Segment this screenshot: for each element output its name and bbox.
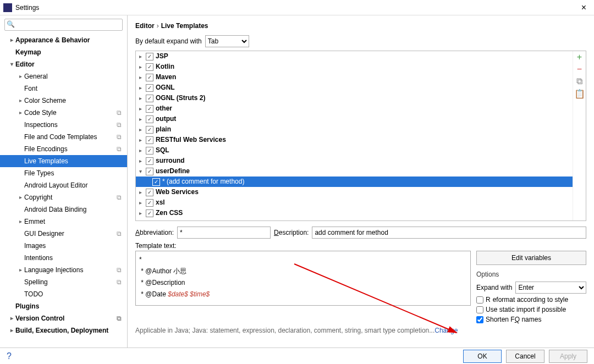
checkbox-icon[interactable]: [146, 95, 153, 102]
checkbox-icon[interactable]: [146, 74, 153, 81]
checkbox-icon[interactable]: [146, 126, 153, 134]
chevron-icon: ▸: [139, 187, 146, 197]
checkbox-icon[interactable]: [146, 147, 153, 155]
sidebar-item-color-scheme[interactable]: ▸Color Scheme: [0, 95, 127, 107]
group-label: surround: [156, 156, 185, 166]
template-group[interactable]: ▸Zen CSS: [136, 208, 573, 218]
sidebar-item-live-templates[interactable]: ▸Live Templates: [0, 155, 127, 167]
sidebar-item-file-types[interactable]: ▸File Types: [0, 167, 127, 179]
template-group[interactable]: ▸xsl: [136, 197, 573, 208]
sidebar-item-label: Font: [24, 82, 123, 95]
template-group[interactable]: ▸surround: [136, 156, 573, 166]
template-text-label: Template text:: [135, 241, 586, 251]
sidebar-item-language-injections[interactable]: ▸Language Injections⧉: [0, 264, 127, 276]
sidebar-item-label: GUI Designer: [24, 228, 117, 240]
template-item[interactable]: * (add comment for method): [136, 177, 573, 187]
sidebar-item-intentions[interactable]: ▸Intentions: [0, 252, 127, 264]
sidebar-item-label: Code Style: [24, 107, 117, 119]
edit-variables-button[interactable]: Edit variables: [476, 251, 586, 265]
template-group[interactable]: ▸Maven: [136, 72, 573, 82]
static-import-checkbox[interactable]: Use static import if possible: [476, 304, 586, 313]
settings-sidebar: 🔍 ▸Appearance & Behavior▸Keymap▾Editor▸G…: [0, 15, 128, 348]
sidebar-item-general[interactable]: ▸General: [0, 70, 127, 82]
sidebar-item-label: Intentions: [24, 252, 123, 264]
sidebar-item-label: Keymap: [15, 46, 123, 58]
sidebar-item-gui-designer[interactable]: ▸GUI Designer⧉: [0, 228, 127, 240]
checkbox-icon[interactable]: [146, 199, 153, 207]
help-icon[interactable]: ?: [7, 351, 12, 361]
reformat-checkbox[interactable]: Reformat according to style: [476, 294, 586, 304]
remove-icon[interactable]: −: [573, 63, 586, 75]
sidebar-item-plugins[interactable]: ▸Plugins: [0, 300, 127, 312]
sidebar-item-code-style[interactable]: ▸Code Style⧉: [0, 107, 127, 119]
description-label: Description:: [274, 229, 309, 236]
default-expand-select[interactable]: Tab: [205, 35, 249, 47]
sidebar-item-editor[interactable]: ▾Editor: [0, 58, 127, 70]
checkbox-icon[interactable]: [146, 209, 153, 217]
checkbox-icon[interactable]: [146, 189, 153, 196]
sidebar-item-images[interactable]: ▸Images: [0, 240, 127, 252]
close-icon[interactable]: ×: [577, 3, 591, 13]
template-group[interactable]: ▸output: [136, 114, 573, 124]
sidebar-item-appearance-behavior[interactable]: ▸Appearance & Behavior: [0, 34, 127, 46]
checkbox-icon[interactable]: [146, 63, 153, 71]
template-group[interactable]: ▸Web Services: [136, 187, 573, 197]
sidebar-item-label: File Types: [24, 167, 123, 179]
checkbox-icon[interactable]: [146, 115, 153, 123]
chevron-icon: ▸: [139, 208, 146, 218]
template-group[interactable]: ▸other: [136, 103, 573, 114]
sidebar-item-font[interactable]: ▸Font: [0, 82, 127, 95]
apply-button[interactable]: Apply: [549, 350, 587, 363]
shorten-fq-checkbox[interactable]: Shorten FQ names: [476, 313, 586, 323]
sidebar-item-label: Version Control: [15, 312, 117, 324]
sidebar-item-build-execution-deployment[interactable]: ▸Build, Execution, Deployment: [0, 324, 127, 337]
add-icon[interactable]: +: [573, 51, 586, 63]
sidebar-item-android-data-binding[interactable]: ▸Android Data Binding: [0, 203, 127, 216]
chevron-icon: ▸: [139, 197, 146, 208]
template-group[interactable]: ▸OGNL: [136, 82, 573, 93]
sidebar-item-todo[interactable]: ▸TODO: [0, 288, 127, 300]
description-input[interactable]: [312, 227, 586, 239]
change-link[interactable]: Change: [435, 327, 458, 334]
checkbox-icon[interactable]: [146, 53, 153, 60]
sidebar-item-label: Color Scheme: [24, 95, 123, 107]
sidebar-item-spelling[interactable]: ▸Spelling⧉: [0, 276, 127, 288]
checkbox-icon[interactable]: [146, 168, 153, 175]
group-label: xsl: [156, 197, 165, 208]
template-group-list[interactable]: ▸JSP▸Kotlin▸Maven▸OGNL▸OGNL (Struts 2)▸o…: [136, 51, 573, 220]
sidebar-item-emmet[interactable]: ▸Emmet: [0, 216, 127, 228]
search-input[interactable]: [4, 19, 123, 31]
template-group[interactable]: ▸RESTful Web Services: [136, 135, 573, 145]
settings-tree[interactable]: ▸Appearance & Behavior▸Keymap▾Editor▸Gen…: [0, 34, 127, 348]
checkbox-icon[interactable]: [146, 157, 153, 165]
checkbox-icon[interactable]: [152, 178, 160, 186]
paste-icon[interactable]: 📋: [573, 87, 586, 100]
project-scope-icon: ⧉: [117, 228, 123, 240]
sidebar-item-file-encodings[interactable]: ▸File Encodings⧉: [0, 143, 127, 155]
sidebar-item-android-layout-editor[interactable]: ▸Android Layout Editor: [0, 179, 127, 191]
template-group[interactable]: ▾userDefine: [136, 166, 573, 177]
template-group[interactable]: ▸plain: [136, 124, 573, 135]
sidebar-item-version-control[interactable]: ▸Version Control⧉: [0, 312, 127, 324]
sidebar-item-label: TODO: [24, 288, 123, 300]
title-bar: Settings ×: [0, 0, 594, 15]
template-group[interactable]: ▸JSP: [136, 51, 573, 62]
template-group[interactable]: ▸OGNL (Struts 2): [136, 93, 573, 103]
checkbox-icon[interactable]: [146, 105, 153, 113]
ok-button[interactable]: OK: [463, 350, 502, 363]
expand-with-select[interactable]: Enter: [515, 282, 586, 294]
project-scope-icon: ⧉: [117, 312, 123, 324]
template-group[interactable]: ▸Kotlin: [136, 62, 573, 72]
sidebar-item-inspections[interactable]: ▸Inspections⧉: [0, 119, 127, 131]
template-text-area[interactable]: * * @Author 小思 * @Description * @Date $d…: [135, 251, 471, 306]
template-group[interactable]: ▸SQL: [136, 145, 573, 156]
chevron-icon: ▸: [139, 135, 146, 145]
abbreviation-input[interactable]: [177, 227, 271, 239]
sidebar-item-keymap[interactable]: ▸Keymap: [0, 46, 127, 58]
sidebar-item-file-and-code-templates[interactable]: ▸File and Code Templates⧉: [0, 131, 127, 143]
checkbox-icon[interactable]: [146, 84, 153, 92]
sidebar-item-copyright[interactable]: ▸Copyright⧉: [0, 191, 127, 203]
cancel-button[interactable]: Cancel: [506, 350, 544, 363]
checkbox-icon[interactable]: [146, 136, 153, 144]
copy-icon[interactable]: ⧉: [573, 75, 586, 87]
